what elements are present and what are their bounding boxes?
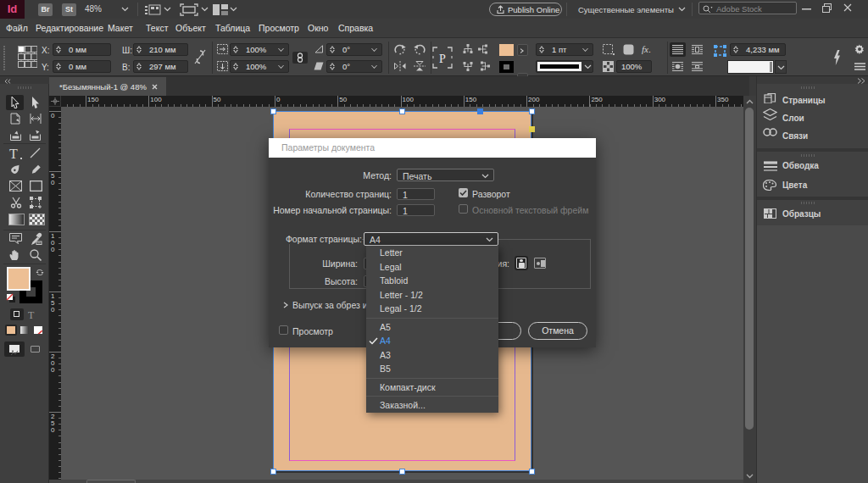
svg-text:P: P — [439, 53, 446, 65]
